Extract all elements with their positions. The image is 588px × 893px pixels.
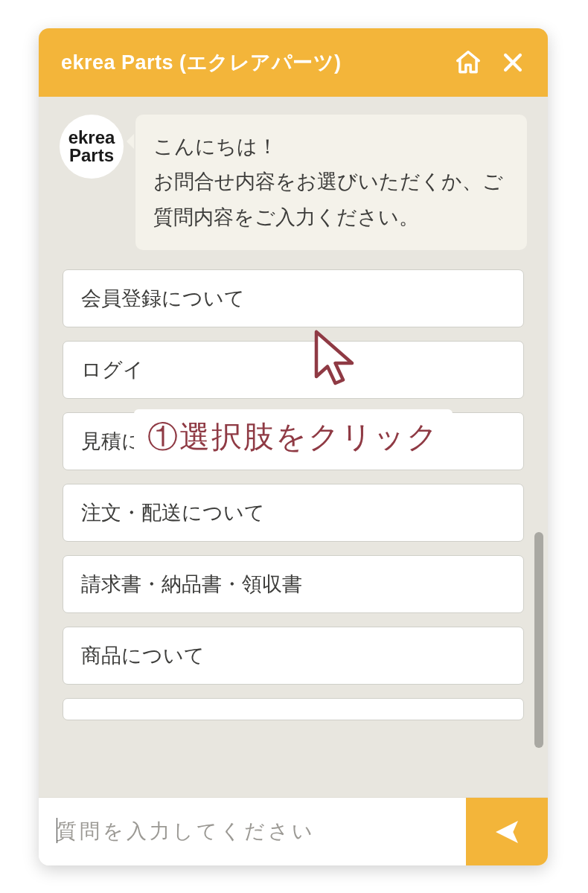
- question-input[interactable]: [39, 798, 466, 865]
- chat-widget: ekrea Parts (エクレアパーツ) ekrea Parts こんにちは！…: [39, 28, 548, 865]
- send-button[interactable]: [466, 798, 548, 865]
- home-icon[interactable]: [453, 47, 484, 78]
- chat-body: ekrea Parts こんにちは！ お問合せ内容をお選びいただくか、ご質問内容…: [39, 97, 548, 797]
- avatar-line2: Parts: [69, 147, 114, 164]
- avatar: ekrea Parts: [60, 115, 124, 179]
- option-products[interactable]: 商品について: [63, 627, 524, 685]
- close-icon[interactable]: [497, 47, 528, 78]
- option-quote[interactable]: 見積について: [63, 412, 524, 470]
- avatar-line1: ekrea: [68, 129, 115, 147]
- chat-title: ekrea Parts (エクレアパーツ): [61, 49, 439, 76]
- greeting-bubble: こんにちは！ お問合せ内容をお選びいただくか、ご質問内容をご入力ください。: [135, 115, 527, 250]
- option-next-partial[interactable]: [63, 698, 524, 720]
- option-member-registration[interactable]: 会員登録について: [63, 269, 524, 327]
- option-login[interactable]: ログイ: [63, 341, 524, 399]
- bot-message-row: ekrea Parts こんにちは！ お問合せ内容をお選びいただくか、ご質問内容…: [60, 115, 527, 250]
- option-order-delivery[interactable]: 注文・配送について: [63, 484, 524, 542]
- option-invoice[interactable]: 請求書・納品書・領収書: [63, 555, 524, 613]
- text-caret: [57, 818, 57, 843]
- send-icon: [492, 817, 522, 847]
- options-list: 会員登録について ログイ 見積について 注文・配送について 請求書・納品書・領収…: [60, 269, 527, 720]
- chat-input-bar: [39, 797, 548, 865]
- scrollbar-thumb[interactable]: [534, 532, 543, 748]
- chat-header: ekrea Parts (エクレアパーツ): [39, 28, 548, 97]
